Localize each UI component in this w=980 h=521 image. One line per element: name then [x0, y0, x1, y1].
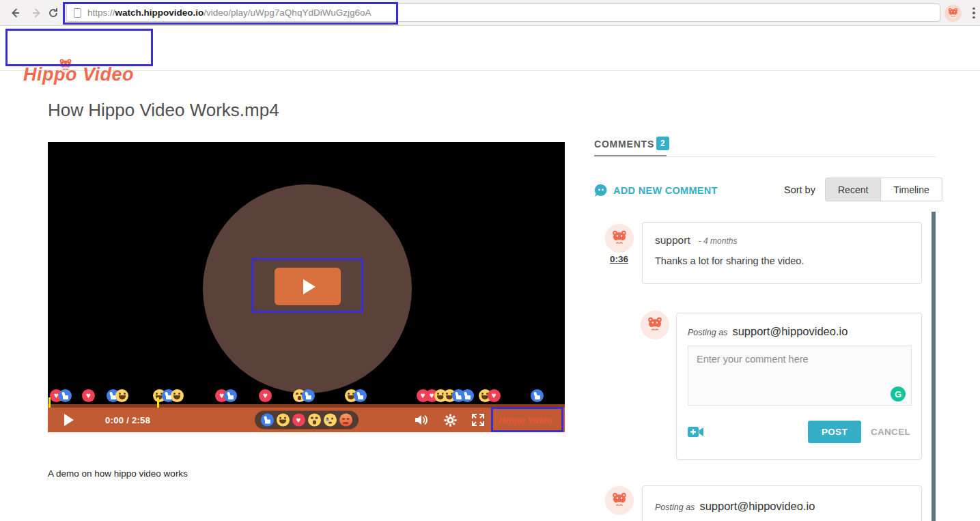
browser-menu-icon[interactable] [969, 5, 979, 20]
cancel-button[interactable]: CANCEL [871, 427, 910, 437]
posting-as-label-2: Posting as [655, 503, 695, 512]
posting-as-email: support@hippovideo.io [732, 325, 848, 338]
url-scheme: https:// [87, 8, 115, 18]
heart-reaction-icon[interactable] [259, 389, 272, 402]
thumb-reaction-icon[interactable] [354, 389, 367, 402]
video-description: A demo on how hippo video works [48, 468, 188, 479]
posting-as-label: Posting as [688, 328, 727, 337]
composer2-avatar [605, 486, 634, 515]
page-security-icon[interactable] [74, 8, 81, 18]
comment-composer-2: Posting as support@hippovideo.io [642, 485, 922, 521]
reaction-marker-group [293, 389, 315, 402]
video-screen[interactable] [48, 142, 565, 404]
reaction-marker-group [479, 389, 501, 402]
timeline-marker[interactable] [157, 397, 159, 408]
time-display: 0:00 / 2:58 [105, 415, 150, 425]
reaction-picker-pill[interactable] [255, 411, 359, 430]
play-icon [303, 279, 316, 294]
reaction-marker-group [259, 389, 272, 402]
address-bar[interactable]: https://watch.hippovideo.io/video/play/u… [66, 3, 940, 22]
fullscreen-icon[interactable] [471, 413, 485, 427]
laugh-reaction-icon[interactable] [171, 389, 184, 402]
add-new-comment-button[interactable]: ADD NEW COMMENT [594, 184, 718, 197]
thumb-reaction-icon[interactable] [224, 389, 237, 402]
composer-avatar [641, 311, 669, 339]
posting-as-email-2: support@hippovideo.io [699, 500, 815, 513]
settings-gear-icon[interactable] [444, 414, 457, 427]
grammarly-icon[interactable]: G [891, 386, 906, 402]
angry-reaction-icon[interactable] [339, 414, 352, 427]
heart-reaction-icon[interactable] [488, 389, 501, 402]
sort-by-label: Sort by [784, 184, 815, 195]
reaction-marker-group [82, 389, 95, 402]
comments-scrollbar[interactable] [932, 212, 936, 521]
comment-bubble-icon [594, 184, 608, 197]
volume-icon[interactable] [415, 414, 430, 426]
heart-reaction-icon[interactable] [292, 414, 305, 427]
comment-author: support [655, 234, 690, 247]
timeline-marker[interactable] [48, 397, 51, 408]
back-icon[interactable] [7, 5, 23, 21]
sort-option-timeline[interactable]: Timeline [880, 178, 941, 201]
url-host: watch.hippovideo.io [115, 8, 204, 18]
add-new-comment-label: ADD NEW COMMENT [613, 185, 718, 196]
video-controls-bar: 0:00 / 2:58 [48, 408, 565, 432]
heart-reaction-icon[interactable] [82, 389, 95, 402]
reaction-marker-group [417, 389, 474, 402]
wow-reaction-icon[interactable] [308, 414, 321, 427]
play-overlay-button[interactable] [275, 268, 341, 305]
reload-icon[interactable] [45, 5, 61, 21]
thumb-reaction-icon[interactable] [59, 389, 72, 402]
url-path: /video/play/uWpg7aQhqYdDiWuGzjg6oA [204, 8, 371, 18]
reaction-marker-group [531, 389, 544, 402]
play-control-icon[interactable] [64, 414, 74, 426]
page: https://watch.hippovideo.io/video/play/u… [0, 0, 980, 521]
sort-option-recent[interactable]: Recent [826, 178, 880, 201]
video-player: 0:00 / 2:58 [48, 142, 565, 432]
comment-age: - 4 months [699, 236, 738, 246]
forward-icon[interactable] [29, 5, 45, 21]
sort-toggle-group: Recent Timeline [825, 178, 942, 201]
comment-avatar [605, 224, 634, 253]
comment-timestamp-link[interactable]: 0:36 [610, 254, 628, 264]
tab-comments[interactable]: COMMENTS [594, 139, 654, 150]
browser-toolbar: https://watch.hippovideo.io/video/play/u… [0, 0, 980, 26]
reaction-marker-group [50, 389, 72, 402]
comment-input[interactable] [688, 346, 912, 406]
reaction-markers-row [48, 389, 565, 402]
cry-reaction-icon[interactable] [324, 414, 337, 427]
add-video-comment-icon[interactable] [688, 426, 704, 438]
post-button[interactable]: POST [808, 421, 861, 443]
comment-composer: Posting as support@hippovideo.io G POST … [676, 313, 922, 460]
thumb-reaction-icon[interactable] [261, 414, 274, 427]
comment-text: Thanks a lot for sharing the video. [655, 255, 909, 266]
site-logo[interactable]: Hippo Video [23, 64, 134, 85]
comment-card: support - 4 months Thanks a lot for shar… [642, 222, 922, 284]
browser-profile-avatar[interactable] [944, 5, 962, 22]
hippo-logo-icon [57, 57, 74, 74]
comments-count-badge: 2 [656, 137, 669, 150]
reaction-marker-group [107, 389, 128, 402]
thumb-reaction-icon[interactable] [302, 389, 315, 402]
site-header: Hippo Video [0, 26, 980, 71]
video-title: How Hippo Video Works.mp4 [48, 100, 279, 121]
thumb-reaction-icon[interactable] [461, 389, 474, 402]
tab-divider [594, 156, 936, 157]
reaction-marker-group [215, 389, 237, 402]
thumb-reaction-icon[interactable] [531, 389, 544, 402]
reaction-marker-group [345, 389, 367, 402]
laugh-reaction-icon[interactable] [115, 389, 128, 402]
player-watermark: Hippo Video [499, 415, 554, 425]
laugh-reaction-icon[interactable] [277, 414, 290, 427]
